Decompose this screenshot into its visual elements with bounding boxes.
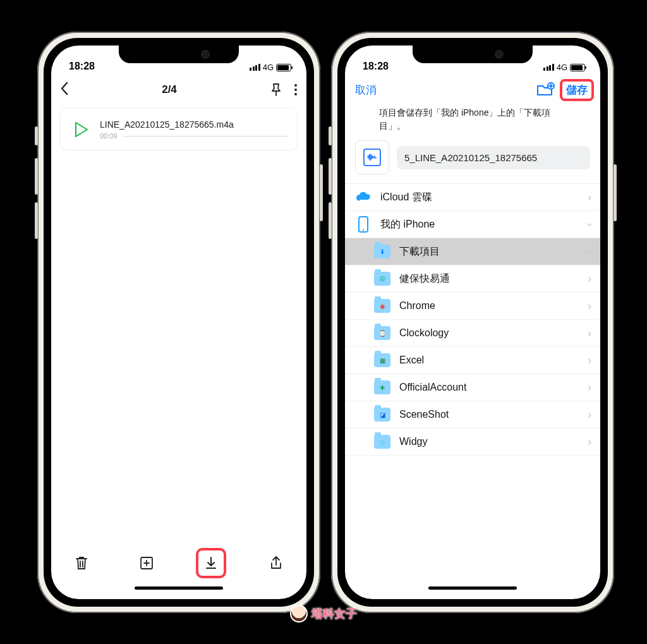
more-button[interactable] <box>294 83 298 97</box>
file-meta: LINE_A20210125_18275665.m4a 00:09 <box>100 119 288 140</box>
save-label: 儲存 <box>566 84 588 96</box>
chevron-right-icon: › <box>588 354 591 367</box>
volume-up <box>35 158 38 195</box>
chevron-down-icon: › <box>583 222 596 226</box>
filename-field[interactable]: 5_LINE_A20210125_18275665 <box>397 146 590 169</box>
watermark-avatar <box>290 605 308 623</box>
progress-bar <box>123 136 288 137</box>
file-duration: 00:09 <box>100 132 118 140</box>
folder-row[interactable]: ◪SceneShot› <box>345 401 600 428</box>
chevron-right-icon: › <box>588 408 591 422</box>
chevron-right-icon: › <box>588 191 591 204</box>
network-label: 4G <box>557 63 567 72</box>
cancel-button[interactable]: 取消 <box>355 83 377 97</box>
svg-point-6 <box>363 229 364 231</box>
chevron-right-icon: › <box>588 435 591 449</box>
chevron-down-icon: › <box>583 250 596 253</box>
keep-nav: 2/4 <box>51 75 306 105</box>
battery-icon <box>570 64 585 71</box>
bottom-toolbar <box>51 544 306 583</box>
power-button <box>614 164 617 221</box>
folder-label: Excel <box>399 355 588 366</box>
folder-label: 下載項目 <box>399 245 588 258</box>
mute-switch <box>35 126 38 145</box>
play-button[interactable] <box>66 121 96 138</box>
home-indicator[interactable] <box>345 583 600 599</box>
folder-row[interactable]: ✚OfficialAccount› <box>345 374 600 401</box>
phone-notch <box>413 46 533 63</box>
folder-icon: ◉ <box>374 298 390 314</box>
watermark: 塔科女子 <box>290 605 357 623</box>
location-icloud[interactable]: iCloud 雲碟 › <box>345 184 600 211</box>
signal-icon <box>543 64 554 71</box>
folder-icon: ◎ <box>374 434 390 450</box>
location-label: iCloud 雲碟 <box>380 191 588 204</box>
audio-wave-icon <box>363 149 381 166</box>
svg-point-2 <box>294 93 297 95</box>
watermark-text: 塔科女子 <box>311 606 357 621</box>
folder-icon: ✚ <box>374 379 390 396</box>
location-label: 我的 iPhone <box>380 218 588 231</box>
chevron-right-icon: › <box>588 381 591 394</box>
folder-label: Widgy <box>399 436 588 447</box>
file-name: LINE_A20210125_18275665.m4a <box>100 119 288 130</box>
save-button[interactable]: 儲存 <box>560 79 594 101</box>
folder-row[interactable]: ◉Chrome› <box>345 293 600 320</box>
volume-down <box>329 202 332 239</box>
file-row: 5_LINE_A20210125_18275665 <box>345 137 600 183</box>
mute-switch <box>329 126 332 145</box>
download-button[interactable] <box>196 548 226 578</box>
status-right: 4G <box>543 63 585 72</box>
back-button[interactable] <box>60 82 69 98</box>
power-button <box>320 164 323 221</box>
folder-row[interactable]: ⬇下載項目› <box>345 238 600 265</box>
add-button[interactable] <box>131 548 162 578</box>
folder-row[interactable]: ◎Widgy› <box>345 428 600 456</box>
status-right: 4G <box>250 63 291 72</box>
network-label: 4G <box>263 63 274 72</box>
share-button[interactable] <box>261 548 291 578</box>
iphone-icon <box>355 216 372 233</box>
file-thumbnail <box>355 140 389 174</box>
folder-icon: ▦ <box>374 352 390 368</box>
audio-card[interactable]: LINE_A20210125_18275665.m4a 00:09 <box>60 107 298 150</box>
folder-icon: ⦿ <box>374 270 390 287</box>
new-folder-button[interactable] <box>536 82 555 97</box>
trash-button[interactable] <box>66 548 97 578</box>
location-list: iCloud 雲碟 › 我的 iPhone › ⬇下載項目›⦿健保快易通›◉Ch… <box>345 183 600 456</box>
folder-row[interactable]: ⦿健保快易通› <box>345 265 600 293</box>
folder-icon: ⌚ <box>374 325 390 341</box>
chevron-right-icon: › <box>588 327 591 340</box>
folder-icon: ⬇ <box>374 243 390 260</box>
status-time: 18:28 <box>363 61 389 72</box>
signal-icon <box>250 64 260 71</box>
folder-row[interactable]: ▦Excel› <box>345 347 600 374</box>
location-iphone[interactable]: 我的 iPhone › <box>345 211 600 238</box>
stage: 18:28 4G 2/4 <box>0 0 647 644</box>
folder-label: OfficialAccount <box>399 382 588 393</box>
phone-notch <box>119 46 239 63</box>
svg-point-0 <box>294 84 297 87</box>
phone-right: 18:28 4G 取消 儲存 項目會儲存到「我的 i <box>331 32 614 613</box>
folder-label: 健保快易通 <box>399 272 588 286</box>
folder-label: SceneShot <box>399 409 588 420</box>
chevron-right-icon: › <box>588 272 591 286</box>
volume-up <box>329 158 332 195</box>
svg-point-1 <box>294 88 297 91</box>
save-hint: 項目會儲存到「我的 iPhone」上的「下載項目」。 <box>345 105 600 137</box>
folder-label: Clockology <box>399 327 588 339</box>
home-indicator[interactable] <box>51 583 306 599</box>
phone-left: 18:28 4G 2/4 <box>37 32 320 613</box>
spacer <box>51 153 306 544</box>
battery-icon <box>276 64 291 71</box>
left-screen: 18:28 4G 2/4 <box>51 46 306 599</box>
page-counter: 2/4 <box>162 83 177 96</box>
right-screen: 18:28 4G 取消 儲存 項目會儲存到「我的 i <box>345 46 600 599</box>
chevron-right-icon: › <box>588 300 591 313</box>
status-time: 18:28 <box>69 61 95 72</box>
files-nav: 取消 儲存 <box>345 75 600 105</box>
folder-row[interactable]: ⌚Clockology› <box>345 320 600 347</box>
folder-label: Chrome <box>399 300 588 312</box>
volume-down <box>35 202 38 239</box>
pin-button[interactable] <box>270 83 282 97</box>
